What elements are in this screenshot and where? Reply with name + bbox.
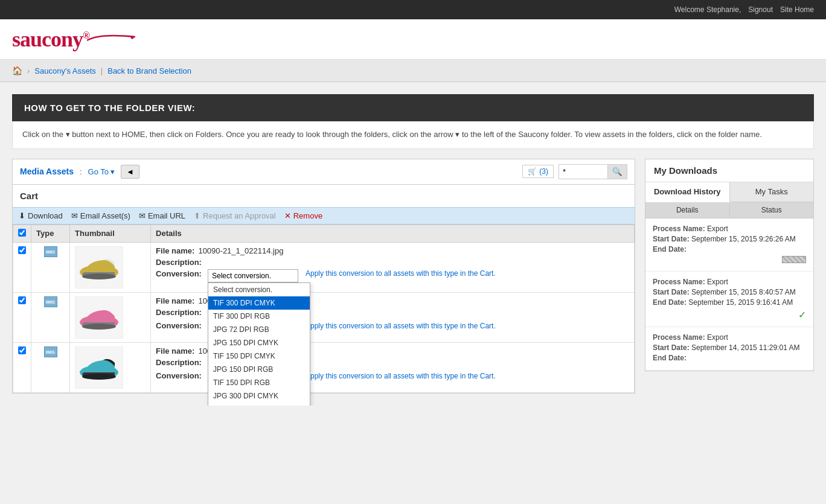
process-name-label: Process Name: [653,278,707,286]
table-row: IMG [13,342,635,392]
site-home-link[interactable]: Site Home [780,5,814,14]
dd-jpg150cmyk[interactable]: JPG 150 DPI CMYK [208,336,310,349]
conversion-select-1[interactable]: Select conversion. TIF 300 DPI CMYK TIF … [208,269,298,282]
info-description: Click on the ▾ button next to HOME, then… [22,130,762,139]
svg-point-6 [82,374,116,380]
apply-conversion-link-2[interactable]: Apply this conversion to all assets with… [306,322,496,330]
thumbnail-2 [75,296,123,339]
apply-conversion-link-3[interactable]: Apply this conversion to all assets with… [306,372,496,380]
conversion-wrapper-1: Select conversion. TIF 300 DPI CMYK TIF … [208,269,298,282]
dd-jpg72rgb[interactable]: JPG 72 DPI RGB [208,323,310,336]
progress-bar [782,256,806,263]
dd-tif150cmyk[interactable]: TIF 150 DPI CMYK [208,349,310,363]
start-date-label: Start Date: [653,235,691,243]
start-date-label: Start Date: [653,288,691,296]
assets-table: Type Thumbnail Details IMG [13,225,635,393]
media-assets-title: Media Assets [20,167,74,176]
thumbnail-3 [75,346,123,389]
svg-point-0 [130,36,133,39]
logo-swoosh [87,32,135,43]
info-banner: HOW TO GET TO THE FOLDER VIEW: [12,94,814,121]
media-toolbar: Media Assets : Go To ▾ ◄ 🛒 (3) 🔍 [13,159,635,185]
row-checkbox-3[interactable] [18,346,26,354]
download-button[interactable]: ⬇ Download [19,211,63,220]
apply-conversion-link-1[interactable]: Apply this conversion to all assets with… [306,269,496,278]
end-date-label: End Date: [653,298,688,307]
approval-icon: ⬆ [194,211,200,220]
cart-count: (3) [539,167,548,176]
back-button[interactable]: ◄ [121,165,139,179]
cart-title: Cart [13,185,635,207]
process-name-value: Export [707,278,728,286]
header: saucony® [0,19,826,60]
col-type: Type [31,225,70,242]
download-entry-3: Process Name: Export Start Date: Septemb… [645,327,813,371]
email-url-button[interactable]: ✉ Email URL [139,211,185,220]
email-icon: ✉ [71,211,78,220]
select-all-checkbox[interactable] [18,229,26,237]
tab-download-history[interactable]: Download History [645,182,730,202]
email-assets-button[interactable]: ✉ Email Asset(s) [71,211,130,220]
signout-link[interactable]: Signout [748,5,773,14]
start-date-value: September 15, 2015 8:40:57 AM [691,288,796,296]
dd-tif300cmyk[interactable]: TIF 300 DPI CMYK [208,296,310,310]
logo-text: saucony® [12,27,89,52]
dd-tif150rgb[interactable]: TIF 150 DPI RGB [208,376,310,389]
dd-jpg300rgb[interactable]: JPG 300 DPI RGB [208,403,310,406]
downloads-subtabs: Details Status [645,202,813,219]
cart-badge[interactable]: 🛒 (3) [522,165,554,178]
content-layout: Media Assets : Go To ▾ ◄ 🛒 (3) 🔍 [12,159,814,394]
main: HOW TO GET TO THE FOLDER VIEW: Click on … [0,82,826,406]
download-entry-2: Process Name: Export Start Date: Septemb… [645,272,813,327]
col-thumbnail: Thumbnail [70,225,151,242]
dd-select-conversion[interactable]: Select conversion. [208,283,310,296]
home-icon[interactable]: 🏠 [12,66,22,75]
conversion-dropdown-1[interactable]: Select conversion. TIF 300 DPI CMYK TIF … [208,282,310,406]
dd-jpg150rgb[interactable]: JPG 150 DPI RGB [208,363,310,376]
row-checkbox-2[interactable] [18,296,26,304]
search-box: 🔍 [559,164,627,179]
col-details: Details [151,225,635,242]
process-name-value: Export [707,333,728,342]
type-icon: IMG [44,296,57,307]
info-text: Click on the ▾ button next to HOME, then… [12,121,814,149]
search-input[interactable] [559,165,607,179]
download-icon: ⬇ [19,211,25,220]
remove-button[interactable]: ✕ Remove [284,211,322,220]
start-date-value: September 14, 2015 11:29:01 AM [691,343,799,352]
cart-icon: 🛒 [528,167,537,176]
subtab-status[interactable]: Status [730,202,814,218]
subtab-details[interactable]: Details [645,202,730,218]
complete-icon: ✓ [653,309,806,321]
action-bar: ⬇ Download ✉ Email Asset(s) ✉ Email URL … [13,207,635,225]
search-button[interactable]: 🔍 [607,165,627,179]
thumbnail-1 [75,246,123,289]
top-bar: Welcome Stephanie, Signout Site Home [0,0,826,19]
start-date-value: September 15, 2015 9:26:26 AM [691,235,796,243]
download-entry-1: Process Name: Export Start Date: Septemb… [645,219,813,272]
end-date-label: End Date: [653,354,687,362]
svg-point-4 [82,324,116,330]
logo: saucony® [12,27,814,52]
start-date-label: Start Date: [653,343,691,352]
dd-jpg300cmyk[interactable]: JPG 300 DPI CMYK [208,389,310,403]
end-date-value: September 15, 2015 9:16:41 AM [688,298,793,307]
goto-button[interactable]: Go To ▾ [88,167,115,176]
row-checkbox-1[interactable] [18,246,26,254]
dl-scroll: Process Name: Export Start Date: Septemb… [645,219,813,371]
request-approval-button[interactable]: ⬆ Request an Approval [194,211,276,220]
process-name-label: Process Name: [653,225,707,233]
saucony-assets-link[interactable]: Saucony's Assets [34,66,95,75]
welcome-text: Welcome Stephanie, [674,5,741,14]
downloads-tabs: Download History My Tasks [645,182,813,202]
tab-my-tasks[interactable]: My Tasks [730,182,814,202]
media-panel: Media Assets : Go To ▾ ◄ 🛒 (3) 🔍 [12,159,635,394]
dd-tif300rgb[interactable]: TIF 300 DPI RGB [208,310,310,323]
type-icon: IMG [44,246,57,257]
email-url-icon: ✉ [139,211,146,220]
end-date-label: End Date: [653,245,687,254]
details-cell-1: File name: 10090-21_1_022114.jpg Descrip… [151,242,635,292]
downloads-panel: My Downloads Download History My Tasks D… [645,159,814,371]
back-to-brand-link[interactable]: Back to Brand Selection [107,66,191,75]
chevron-down-icon: ▾ [110,167,115,176]
